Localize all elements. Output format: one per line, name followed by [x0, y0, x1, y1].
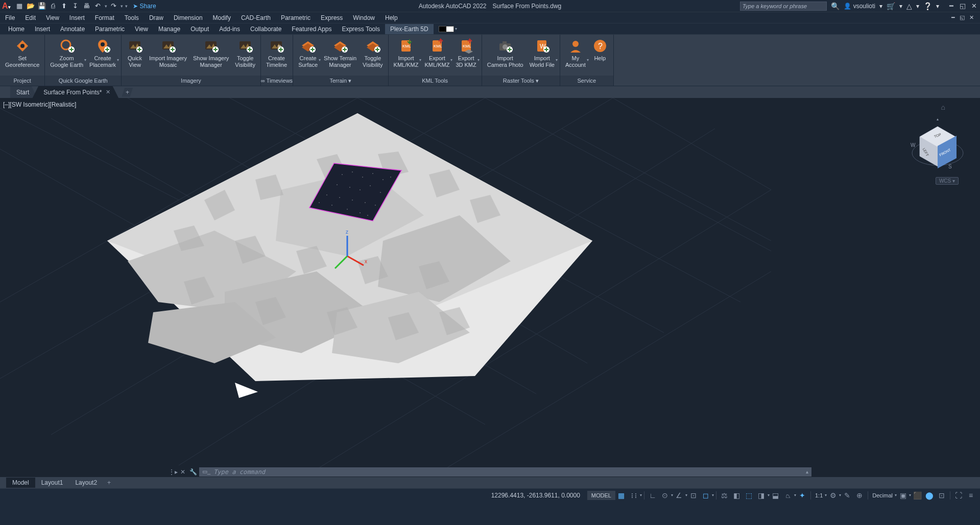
share-button[interactable]: ➤Share — [133, 3, 156, 10]
undo-icon[interactable]: ↶ — [93, 2, 103, 11]
rtab-plexearth[interactable]: Plex-Earth 5D — [385, 24, 434, 34]
tab-close-icon[interactable]: ✕ — [106, 89, 110, 95]
rtab-manage[interactable]: Manage — [153, 24, 185, 34]
btn-help[interactable]: ?Help — [589, 37, 611, 63]
rtab-parametric[interactable]: Parametric — [90, 24, 130, 34]
search-icon[interactable]: 🔍 — [831, 2, 840, 10]
btn-export-kml-kmz[interactable]: KMLExportKML/KMZ▾ — [421, 37, 452, 69]
menu-draw[interactable]: Draw — [149, 14, 163, 21]
btn-import-imagery-mosaic[interactable]: Import ImageryMosaic — [146, 37, 190, 69]
ltab-layout1[interactable]: Layout1 — [35, 478, 69, 488]
layer-color-swatch[interactable] — [439, 26, 454, 32]
grid-icon[interactable]: ▦ — [616, 490, 627, 501]
rtab-addins[interactable]: Add-ins — [214, 24, 245, 34]
ltab-model[interactable]: Model — [6, 478, 35, 488]
viewcube-home-icon[interactable]: ⌂ — [941, 103, 945, 111]
minimize-button[interactable]: ━ — [947, 2, 955, 10]
status-model[interactable]: MODEL — [587, 491, 615, 500]
cmd-history-icon[interactable]: ▴ — [806, 469, 808, 474]
btn-zoom-google-earth[interactable]: ZoomGoogle Earth▾ — [47, 37, 86, 69]
scale-label[interactable]: 1:1 — [813, 492, 825, 498]
search-input[interactable]: Type a keyword or phrase — [740, 2, 827, 11]
wcs-label[interactable]: WCS ▾ — [936, 177, 959, 185]
menu-parametric[interactable]: Parametric — [281, 14, 310, 21]
btn-quick-view[interactable]: QuickView — [124, 37, 146, 69]
btn-import-camera-photo[interactable]: ImportCamera Photo — [484, 37, 527, 69]
polar-icon[interactable]: ⊙ — [659, 490, 671, 501]
tab-active-doc[interactable]: Surface From Points*✕ — [32, 86, 118, 98]
plot-icon[interactable]: ↧ — [71, 2, 80, 11]
rtab-express[interactable]: Express Tools — [337, 24, 385, 34]
rtab-home[interactable]: Home — [3, 24, 30, 34]
btn-show-imagery-manager[interactable]: Show ImageryManager — [190, 37, 232, 69]
saveas-icon[interactable]: ⎙ — [49, 2, 58, 11]
menu-cadearth[interactable]: CAD-Earth — [241, 14, 271, 21]
menu-modify[interactable]: Modify — [213, 14, 231, 21]
anno-toggle-icon[interactable]: ⊕ — [854, 490, 865, 501]
tab-add-button[interactable]: + — [122, 88, 133, 97]
snap-icon[interactable]: ⫶⫶ — [628, 490, 639, 501]
rtab-featured[interactable]: Featured Apps — [286, 24, 337, 34]
rtab-output[interactable]: Output — [185, 24, 214, 34]
menu-insert[interactable]: Insert — [69, 14, 85, 21]
3dosnap-icon[interactable]: ◨ — [756, 490, 767, 501]
select-cycle-icon[interactable]: ⬚ — [744, 490, 755, 501]
cleanscreen-icon[interactable]: ⛶ — [953, 490, 964, 501]
app-icon[interactable]: △ — [906, 2, 912, 10]
menu-view[interactable]: View — [46, 14, 59, 21]
filter-icon[interactable]: ⏢ — [782, 490, 794, 501]
dynamic-ucs-icon[interactable]: ⬓ — [770, 490, 781, 501]
redo-icon[interactable]: ↷ — [109, 2, 118, 11]
btn-my-account[interactable]: MyAccount▾ — [562, 37, 589, 69]
btn-create-surface[interactable]: CreateSurface▾ — [295, 37, 321, 69]
ortho-icon[interactable]: ∟ — [647, 490, 658, 501]
menu-window[interactable]: Window — [353, 14, 375, 21]
osnap-icon[interactable]: ⊡ — [688, 490, 699, 501]
btn-import-world-file[interactable]: WImportWorld File▾ — [527, 37, 558, 69]
user-account[interactable]: 👤vsoulioti — [844, 3, 875, 10]
btn-create-timeline[interactable]: ∞CreateTimeline — [263, 37, 290, 69]
save-icon[interactable]: 💾 — [37, 2, 46, 11]
doc-min-button[interactable]: ━ — [949, 14, 957, 21]
menu-express[interactable]: Express — [321, 14, 343, 21]
btn-export-d-kmz[interactable]: KMLExport3D KMZ▾ — [452, 37, 479, 69]
drawing-canvas[interactable]: x z — [0, 98, 771, 477]
cart-icon[interactable]: 🛒 — [887, 2, 895, 10]
annotation-icon[interactable]: ✎ — [842, 490, 853, 501]
menu-help[interactable]: Help — [385, 14, 398, 21]
isodraft-icon[interactable]: ∠ — [674, 490, 685, 501]
workspace-icon[interactable]: ⬛ — [912, 490, 923, 501]
transparency-icon[interactable]: ◧ — [731, 490, 743, 501]
menu-edit[interactable]: Edit — [25, 14, 36, 21]
menu-format[interactable]: Format — [95, 14, 114, 21]
gizmo-icon[interactable]: ✦ — [797, 490, 808, 501]
btn-set-georeference[interactable]: SetGeoreference — [2, 37, 42, 69]
terrain-surface[interactable] — [107, 113, 592, 398]
rtab-insert[interactable]: Insert — [30, 24, 55, 34]
otrack-icon[interactable]: ◻ — [700, 490, 711, 501]
btn-toggle-visibility[interactable]: ToggleVisibility — [232, 37, 258, 69]
ltab-layout2[interactable]: Layout2 — [69, 478, 103, 488]
rtab-collaborate[interactable]: Collaborate — [245, 24, 286, 34]
new-icon[interactable]: ▦ — [15, 2, 24, 11]
web-icon[interactable]: ⬆ — [60, 2, 69, 11]
menu-tools[interactable]: Tools — [125, 14, 139, 21]
units-label[interactable]: Decimal — [870, 492, 895, 498]
doc-restore-button[interactable]: ◱ — [959, 14, 966, 21]
menu-file[interactable]: File — [5, 14, 15, 21]
cmd-custom-icon[interactable]: 🔧 — [189, 468, 197, 476]
rtab-view[interactable]: View — [130, 24, 153, 34]
doc-close-button[interactable]: ✕ — [968, 14, 975, 21]
command-input[interactable]: ▭_ Type a command ▴ — [199, 467, 811, 477]
hwacc-icon[interactable]: ⬤ — [924, 490, 935, 501]
btn-create-placemark[interactable]: CreatePlacemark▾ — [86, 37, 119, 69]
btn-import-kml-kmz[interactable]: KMLImportKML/KMZ▾ — [391, 37, 422, 69]
restore-button[interactable]: ◱ — [959, 2, 967, 10]
btn-show-terrain-manager[interactable]: Show TerrainManager — [321, 37, 360, 69]
help-icon[interactable]: ❔ — [923, 2, 932, 10]
open-icon[interactable]: 📂 — [26, 2, 35, 11]
btn-toggle-visibility[interactable]: ToggleVisibility — [360, 37, 386, 69]
menu-dimension[interactable]: Dimension — [174, 14, 203, 21]
close-button[interactable]: ✕ — [970, 2, 978, 10]
cmd-recent-icon[interactable]: ⋮▸ — [169, 468, 177, 476]
